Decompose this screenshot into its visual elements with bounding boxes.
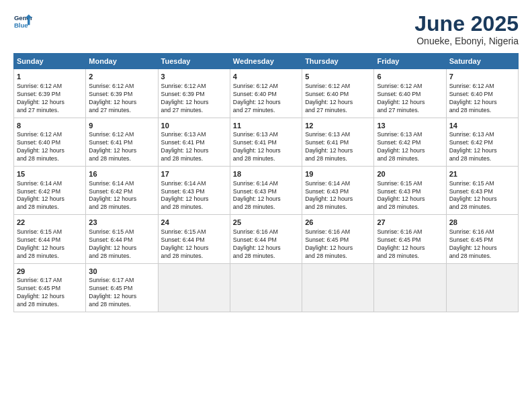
calendar-week-row: 1Sunrise: 6:12 AM Sunset: 6:39 PM Daylig… <box>14 69 519 118</box>
table-row: 8Sunrise: 6:12 AM Sunset: 6:40 PM Daylig… <box>14 118 86 166</box>
day-number: 24 <box>161 218 227 228</box>
table-row: 5Sunrise: 6:12 AM Sunset: 6:40 PM Daylig… <box>302 69 374 118</box>
day-number: 27 <box>377 218 443 228</box>
table-row: 28Sunrise: 6:16 AM Sunset: 6:45 PM Dayli… <box>446 215 518 263</box>
day-number: 18 <box>233 169 299 179</box>
day-number: 13 <box>377 121 443 131</box>
calendar-subtitle: Onueke, Ebonyi, Nigeria <box>414 36 519 46</box>
day-number: 11 <box>233 121 299 131</box>
header-row: Sunday Monday Tuesday Wednesday Thursday… <box>14 54 519 69</box>
day-number: 3 <box>161 72 227 82</box>
day-info: Sunrise: 6:14 AM Sunset: 6:43 PM Dayligh… <box>161 180 227 212</box>
day-number: 6 <box>377 72 443 82</box>
day-info: Sunrise: 6:14 AM Sunset: 6:42 PM Dayligh… <box>89 180 154 212</box>
day-number: 14 <box>449 121 515 131</box>
table-row: 13Sunrise: 6:13 AM Sunset: 6:42 PM Dayli… <box>374 118 446 166</box>
day-info: Sunrise: 6:16 AM Sunset: 6:44 PM Dayligh… <box>233 228 299 261</box>
day-number: 30 <box>89 267 154 277</box>
table-row: 26Sunrise: 6:16 AM Sunset: 6:45 PM Dayli… <box>302 215 374 263</box>
day-info: Sunrise: 6:12 AM Sunset: 6:41 PM Dayligh… <box>89 131 154 163</box>
col-monday: Monday <box>86 54 158 69</box>
table-row: 17Sunrise: 6:14 AM Sunset: 6:43 PM Dayli… <box>158 166 230 214</box>
day-number: 28 <box>449 218 515 228</box>
day-info: Sunrise: 6:15 AM Sunset: 6:43 PM Dayligh… <box>377 180 443 212</box>
day-info: Sunrise: 6:17 AM Sunset: 6:45 PM Dayligh… <box>89 277 154 309</box>
table-row: 12Sunrise: 6:13 AM Sunset: 6:41 PM Dayli… <box>302 118 374 166</box>
day-number: 22 <box>17 218 83 228</box>
day-info: Sunrise: 6:17 AM Sunset: 6:45 PM Dayligh… <box>17 277 83 309</box>
col-saturday: Saturday <box>446 54 518 69</box>
day-info: Sunrise: 6:12 AM Sunset: 6:40 PM Dayligh… <box>17 131 83 163</box>
day-number: 17 <box>161 169 227 179</box>
table-row: 30Sunrise: 6:17 AM Sunset: 6:45 PM Dayli… <box>86 263 158 312</box>
day-info: Sunrise: 6:13 AM Sunset: 6:41 PM Dayligh… <box>305 131 371 163</box>
calendar-week-row: 22Sunrise: 6:15 AM Sunset: 6:44 PM Dayli… <box>14 215 519 263</box>
day-number: 20 <box>377 169 443 179</box>
day-info: Sunrise: 6:15 AM Sunset: 6:44 PM Dayligh… <box>89 228 154 261</box>
day-info: Sunrise: 6:13 AM Sunset: 6:42 PM Dayligh… <box>449 131 515 163</box>
table-row: 27Sunrise: 6:16 AM Sunset: 6:45 PM Dayli… <box>374 215 446 263</box>
logo-icon: General Blue <box>13 12 32 31</box>
table-row: 22Sunrise: 6:15 AM Sunset: 6:44 PM Dayli… <box>14 215 86 263</box>
col-thursday: Thursday <box>302 54 374 69</box>
table-row: 11Sunrise: 6:13 AM Sunset: 6:41 PM Dayli… <box>230 118 302 166</box>
calendar-title: June 2025 <box>414 12 519 36</box>
table-row: 20Sunrise: 6:15 AM Sunset: 6:43 PM Dayli… <box>374 166 446 214</box>
day-number: 1 <box>17 72 83 82</box>
table-row: 3Sunrise: 6:12 AM Sunset: 6:39 PM Daylig… <box>158 69 230 118</box>
day-info: Sunrise: 6:14 AM Sunset: 6:42 PM Dayligh… <box>17 180 83 212</box>
day-number: 10 <box>161 121 227 131</box>
day-number: 2 <box>89 72 154 82</box>
logo: General Blue General Blue <box>13 12 32 31</box>
calendar-week-row: 29Sunrise: 6:17 AM Sunset: 6:45 PM Dayli… <box>14 263 519 312</box>
day-number: 21 <box>449 169 515 179</box>
day-number: 4 <box>233 72 299 82</box>
day-info: Sunrise: 6:15 AM Sunset: 6:43 PM Dayligh… <box>449 180 515 212</box>
table-row <box>230 263 302 312</box>
col-wednesday: Wednesday <box>230 54 302 69</box>
page: General Blue General Blue June 2025 Onue… <box>0 0 532 411</box>
title-block: June 2025 Onueke, Ebonyi, Nigeria <box>414 12 519 46</box>
day-number: 25 <box>233 218 299 228</box>
table-row <box>158 263 230 312</box>
table-row: 15Sunrise: 6:14 AM Sunset: 6:42 PM Dayli… <box>14 166 86 214</box>
calendar-table: Sunday Monday Tuesday Wednesday Thursday… <box>13 53 519 312</box>
day-info: Sunrise: 6:16 AM Sunset: 6:45 PM Dayligh… <box>449 228 515 261</box>
table-row: 29Sunrise: 6:17 AM Sunset: 6:45 PM Dayli… <box>14 263 86 312</box>
calendar-week-row: 15Sunrise: 6:14 AM Sunset: 6:42 PM Dayli… <box>14 166 519 214</box>
table-row <box>446 263 518 312</box>
table-row: 25Sunrise: 6:16 AM Sunset: 6:44 PM Dayli… <box>230 215 302 263</box>
day-info: Sunrise: 6:14 AM Sunset: 6:43 PM Dayligh… <box>305 180 371 212</box>
day-info: Sunrise: 6:15 AM Sunset: 6:44 PM Dayligh… <box>161 228 227 261</box>
header: General Blue General Blue June 2025 Onue… <box>13 12 519 46</box>
table-row: 7Sunrise: 6:12 AM Sunset: 6:40 PM Daylig… <box>446 69 518 118</box>
table-row <box>302 263 374 312</box>
day-info: Sunrise: 6:12 AM Sunset: 6:40 PM Dayligh… <box>233 83 299 115</box>
day-number: 15 <box>17 169 83 179</box>
day-number: 9 <box>89 121 154 131</box>
day-number: 5 <box>305 72 371 82</box>
day-number: 7 <box>449 72 515 82</box>
day-info: Sunrise: 6:12 AM Sunset: 6:40 PM Dayligh… <box>449 83 515 115</box>
table-row: 1Sunrise: 6:12 AM Sunset: 6:39 PM Daylig… <box>14 69 86 118</box>
table-row: 6Sunrise: 6:12 AM Sunset: 6:40 PM Daylig… <box>374 69 446 118</box>
col-tuesday: Tuesday <box>158 54 230 69</box>
day-number: 26 <box>305 218 371 228</box>
calendar-week-row: 8Sunrise: 6:12 AM Sunset: 6:40 PM Daylig… <box>14 118 519 166</box>
day-info: Sunrise: 6:12 AM Sunset: 6:40 PM Dayligh… <box>377 83 443 115</box>
day-number: 12 <box>305 121 371 131</box>
table-row: 2Sunrise: 6:12 AM Sunset: 6:39 PM Daylig… <box>86 69 158 118</box>
day-info: Sunrise: 6:12 AM Sunset: 6:40 PM Dayligh… <box>305 83 371 115</box>
day-info: Sunrise: 6:16 AM Sunset: 6:45 PM Dayligh… <box>377 228 443 261</box>
table-row: 14Sunrise: 6:13 AM Sunset: 6:42 PM Dayli… <box>446 118 518 166</box>
table-row: 24Sunrise: 6:15 AM Sunset: 6:44 PM Dayli… <box>158 215 230 263</box>
table-row: 21Sunrise: 6:15 AM Sunset: 6:43 PM Dayli… <box>446 166 518 214</box>
day-number: 23 <box>89 218 154 228</box>
day-info: Sunrise: 6:16 AM Sunset: 6:45 PM Dayligh… <box>305 228 371 261</box>
table-row: 19Sunrise: 6:14 AM Sunset: 6:43 PM Dayli… <box>302 166 374 214</box>
table-row: 23Sunrise: 6:15 AM Sunset: 6:44 PM Dayli… <box>86 215 158 263</box>
table-row: 4Sunrise: 6:12 AM Sunset: 6:40 PM Daylig… <box>230 69 302 118</box>
day-info: Sunrise: 6:12 AM Sunset: 6:39 PM Dayligh… <box>161 83 227 115</box>
day-info: Sunrise: 6:12 AM Sunset: 6:39 PM Dayligh… <box>17 83 83 115</box>
day-info: Sunrise: 6:12 AM Sunset: 6:39 PM Dayligh… <box>89 83 154 115</box>
